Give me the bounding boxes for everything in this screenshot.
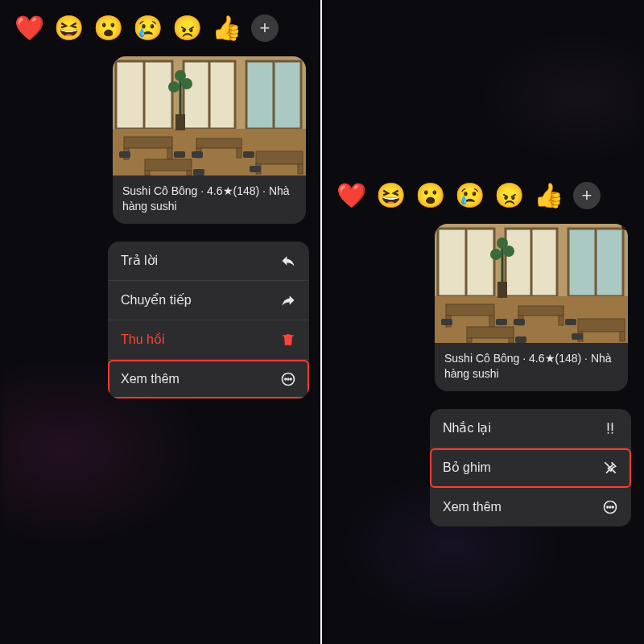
restaurant-image (113, 56, 306, 175)
restaurant-image (435, 224, 628, 343)
menu-more[interactable]: Xem thêm (430, 488, 631, 526)
reaction-cry[interactable]: 😢 (455, 184, 485, 208)
pane-left: ❤️ 😆 😮 😢 😠 👍 + Sushi Cô Bông · 4.6★(148)… (0, 0, 322, 644)
svg-point-34 (291, 378, 292, 380)
reaction-laugh[interactable]: 😆 (54, 16, 84, 40)
svg-point-38 (613, 506, 614, 508)
more-icon (280, 371, 296, 387)
menu-remind[interactable]: Nhắc lại (430, 409, 631, 448)
svg-point-36 (607, 506, 609, 508)
reply-icon (280, 253, 296, 269)
reaction-bar: ❤️ 😆 😮 😢 😠 👍 + (322, 179, 644, 224)
reaction-wow[interactable]: 😮 (93, 16, 123, 40)
svg-point-33 (287, 378, 289, 380)
svg-point-37 (609, 506, 611, 508)
menu-more[interactable]: Xem thêm (108, 360, 309, 398)
reaction-bar: ❤️ 😆 😮 😢 😠 👍 + (0, 11, 320, 56)
plus-icon: + (260, 18, 270, 39)
card-caption: Sushi Cô Bông · 4.6★(148) · Nhà hàng sus… (113, 175, 306, 224)
pane-right: ❤️ 😆 😮 😢 😠 👍 + Sushi Cô Bông · 4.6★(148)… (322, 0, 644, 644)
trash-icon (280, 332, 296, 348)
menu-unpin[interactable]: Bỏ ghim (430, 448, 631, 488)
menu-forward[interactable]: Chuyển tiếp (108, 281, 309, 320)
card-caption: Sushi Cô Bông · 4.6★(148) · Nhà hàng sus… (435, 343, 628, 391)
menu-unpin-label: Bỏ ghim (443, 460, 491, 475)
reaction-angry[interactable]: 😠 (172, 16, 202, 40)
forward-icon (280, 292, 296, 308)
message-card[interactable]: Sushi Cô Bông · 4.6★(148) · Nhà hàng sus… (435, 224, 628, 391)
reaction-like[interactable]: 👍 (212, 16, 242, 40)
reaction-wow[interactable]: 😮 (415, 184, 445, 208)
menu-remind-label: Nhắc lại (443, 420, 491, 436)
menu-forward-label: Chuyển tiếp (121, 292, 192, 308)
remind-icon (602, 420, 618, 436)
reaction-angry[interactable]: 😠 (494, 184, 524, 208)
reaction-heart[interactable]: ❤️ (14, 16, 44, 40)
add-reaction-button[interactable]: + (251, 14, 279, 42)
reaction-laugh[interactable]: 😆 (376, 184, 406, 208)
reaction-heart[interactable]: ❤️ (336, 184, 366, 208)
message-card[interactable]: Sushi Cô Bông · 4.6★(148) · Nhà hàng sus… (113, 56, 306, 224)
menu-more-label: Xem thêm (121, 372, 180, 386)
add-reaction-button[interactable]: + (573, 182, 601, 209)
plus-icon: + (582, 185, 592, 206)
unpin-icon (602, 460, 618, 476)
menu-more-label: Xem thêm (443, 500, 502, 514)
reaction-like[interactable]: 👍 (534, 184, 564, 208)
more-icon (602, 499, 618, 515)
menu-reply-label: Trả lời (121, 253, 158, 268)
menu-recall-label: Thu hồi (121, 332, 164, 347)
context-menu: Trả lời Chuyển tiếp Thu hồi Xem thêm (108, 242, 309, 398)
context-menu: Nhắc lại Bỏ ghim Xem thêm (430, 409, 631, 526)
svg-point-32 (285, 378, 287, 380)
menu-reply[interactable]: Trả lời (108, 242, 309, 281)
menu-recall[interactable]: Thu hồi (108, 320, 309, 360)
reaction-cry[interactable]: 😢 (133, 16, 163, 40)
